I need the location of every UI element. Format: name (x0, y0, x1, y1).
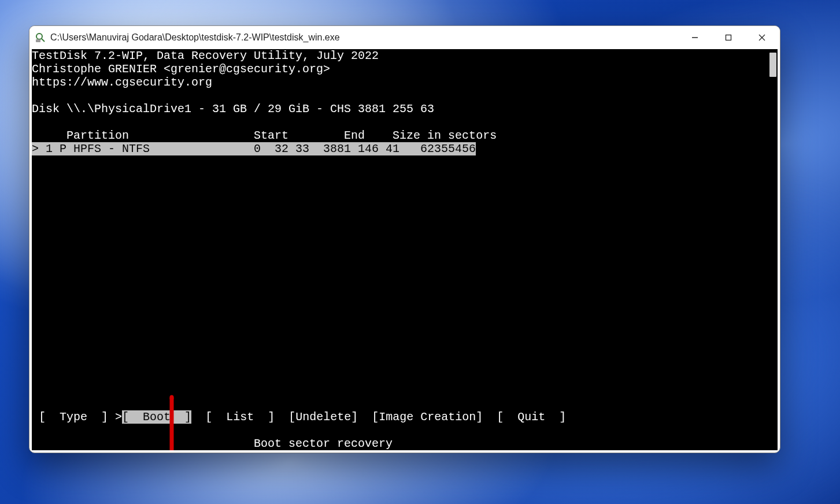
app-icon (35, 32, 46, 43)
console-line: Christophe GRENIER <grenier@cgsecurity.o… (32, 62, 767, 76)
menu-type[interactable]: [ Type ] (32, 410, 115, 424)
close-button[interactable] (745, 26, 779, 49)
svg-rect-2 (36, 39, 40, 42)
menu-quit[interactable]: [ Quit ] (490, 410, 573, 424)
svg-line-1 (42, 39, 45, 42)
maximize-button[interactable] (712, 26, 745, 49)
menu-undelete[interactable]: [Undelete] (282, 410, 365, 424)
console-scrollbar[interactable] (767, 49, 778, 450)
menu-boot[interactable]: >[ Boot ] (115, 410, 191, 424)
console-content: TestDisk 7.2-WIP, Data Recovery Utility,… (32, 49, 767, 450)
window-title: C:\Users\Manuviraj Godara\Desktop\testdi… (50, 32, 678, 43)
console-line (32, 89, 767, 102)
console-line: Disk \\.\PhysicalDrive1 - 31 GB / 29 GiB… (32, 102, 767, 116)
console-line (32, 116, 767, 129)
desktop-background: C:\Users\Manuviraj Godara\Desktop\testdi… (0, 0, 840, 504)
svg-point-0 (36, 34, 42, 39)
scrollbar-thumb[interactable] (769, 53, 776, 77)
partition-columns: Partition Start End Size in sectors (32, 129, 767, 142)
menu-hint: Boot sector recovery (32, 437, 767, 450)
window-buttons (678, 26, 779, 49)
menu-list[interactable]: [ List ] (191, 410, 282, 424)
menu-image-creation[interactable]: [Image Creation] (365, 410, 490, 424)
app-window: C:\Users\Manuviraj Godara\Desktop\testdi… (29, 25, 780, 453)
menu-bar: [ Type ] >[ Boot ] [ List ] [Undelete] [… (32, 397, 573, 437)
console-area[interactable]: TestDisk 7.2-WIP, Data Recovery Utility,… (32, 49, 778, 450)
console-line: https://www.cgsecurity.org (32, 76, 767, 89)
partition-row-selected[interactable]: > 1 P HPFS - NTFS 0 32 33 3881 146 41 62… (32, 142, 476, 155)
svg-rect-4 (726, 35, 731, 40)
titlebar[interactable]: C:\Users\Manuviraj Godara\Desktop\testdi… (29, 26, 780, 49)
console-line: TestDisk 7.2-WIP, Data Recovery Utility,… (32, 49, 767, 62)
minimize-button[interactable] (678, 26, 712, 49)
